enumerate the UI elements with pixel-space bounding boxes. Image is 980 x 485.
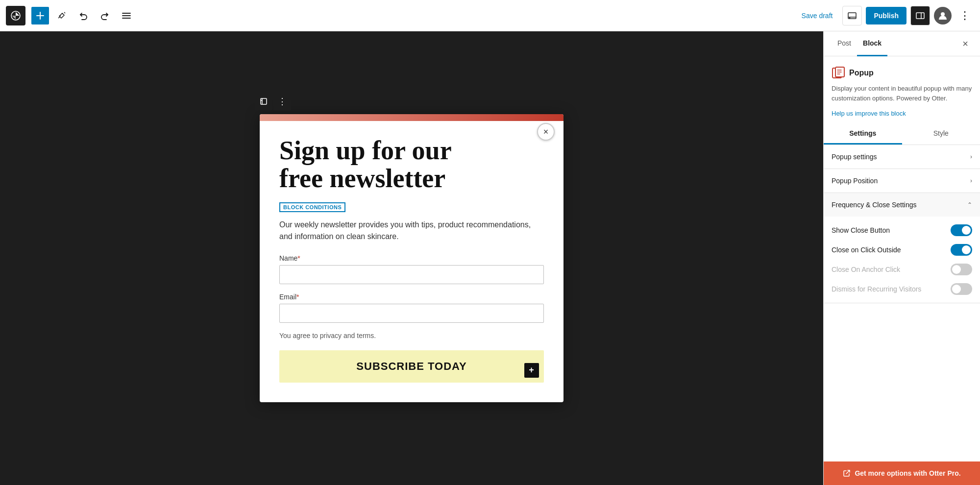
- frequency-close-header[interactable]: Frequency & Close Settings ⌃: [824, 193, 980, 217]
- svg-rect-3: [916, 13, 924, 19]
- close-on-click-outside-toggle[interactable]: [951, 244, 972, 256]
- name-label: Name*: [279, 254, 544, 262]
- privacy-note: You agree to privacy and terms.: [279, 332, 544, 340]
- popup-card: × Sign up for our free newsletter BLOCK …: [260, 114, 564, 402]
- toolbar: Save draft Publish ⋮: [0, 0, 980, 31]
- help-link[interactable]: Help us improve this block: [832, 110, 906, 117]
- email-input[interactable]: [279, 304, 544, 323]
- main-area: ⋮ × Sign up for our free newsletter BLOC…: [0, 31, 980, 485]
- name-input[interactable]: [279, 265, 544, 284]
- dismiss-recurring-label: Dismiss for Recurring Visitors: [832, 285, 921, 293]
- email-label: Email*: [279, 293, 544, 301]
- block-controls: ⋮: [255, 93, 291, 110]
- popup-position-header[interactable]: Popup Position ›: [824, 169, 980, 193]
- publish-button[interactable]: Publish: [866, 7, 906, 24]
- undo-button[interactable]: [74, 7, 92, 24]
- popup-title: Sign up for our free newsletter: [279, 137, 544, 192]
- popup-settings-section: Popup settings ›: [824, 145, 980, 169]
- plus-icon: +: [524, 363, 539, 378]
- subscribe-button[interactable]: SUBSCRIBE TODAY +: [279, 350, 544, 383]
- close-on-anchor-click-row: Close On Anchor Click: [832, 264, 972, 275]
- popup-close-button[interactable]: ×: [537, 123, 555, 141]
- block-expand-button[interactable]: [255, 93, 272, 110]
- popup-settings-header[interactable]: Popup settings ›: [824, 145, 980, 169]
- close-on-click-outside-label: Close on Click Outside: [832, 246, 901, 254]
- tools-button[interactable]: [53, 7, 71, 24]
- avatar[interactable]: [934, 7, 952, 24]
- preview-button[interactable]: [842, 6, 862, 25]
- frequency-close-label: Frequency & Close Settings: [832, 201, 917, 209]
- popup-header-bar: [260, 114, 564, 121]
- popup-position-section: Popup Position ›: [824, 169, 980, 193]
- popup-settings-chevron: ›: [970, 153, 972, 160]
- frequency-close-chevron: ⌃: [967, 201, 972, 208]
- svg-rect-5: [261, 98, 267, 104]
- popup-position-label: Popup Position: [832, 177, 878, 185]
- plugin-title: Popup: [849, 69, 874, 77]
- sidebar-toggle-button[interactable]: [910, 6, 930, 25]
- popup-content: × Sign up for our free newsletter BLOCK …: [260, 121, 564, 402]
- frequency-close-section: Frequency & Close Settings ⌃ Show Close …: [824, 193, 980, 303]
- popup-position-chevron: ›: [970, 177, 972, 184]
- canvas: ⋮ × Sign up for our free newsletter BLOC…: [0, 31, 823, 485]
- block-more-button[interactable]: ⋮: [273, 93, 291, 110]
- plugin-name: Popup: [832, 66, 972, 80]
- popup-plugin-icon: [832, 66, 845, 80]
- show-close-button-label: Show Close Button: [832, 226, 890, 234]
- show-close-button-toggle[interactable]: [951, 224, 972, 236]
- otter-pro-label: Get more options with Otter Pro.: [855, 469, 960, 477]
- frequency-close-body: Show Close Button Close on Click Outside: [824, 217, 980, 303]
- more-options-button[interactable]: ⋮: [956, 7, 974, 24]
- popup-description: Our weekly newsletter provides you with …: [279, 219, 544, 242]
- show-close-button-row: Show Close Button: [832, 224, 972, 236]
- add-block-button[interactable]: [31, 7, 49, 24]
- save-draft-button[interactable]: Save draft: [796, 8, 839, 24]
- sidebar-bottom: Get more options with Otter Pro.: [824, 461, 980, 485]
- sidebar: Post Block × Popup Display your content …: [823, 31, 980, 485]
- close-on-anchor-click-label: Close On Anchor Click: [832, 266, 900, 273]
- wp-logo-icon[interactable]: [6, 6, 25, 25]
- settings-style-tabs: Settings Style: [824, 123, 980, 145]
- popup-wrapper: ⋮ × Sign up for our free newsletter BLOC…: [260, 114, 564, 402]
- tab-style[interactable]: Style: [902, 123, 980, 145]
- tab-block[interactable]: Block: [857, 31, 887, 56]
- popup-settings-label: Popup settings: [832, 153, 877, 161]
- dismiss-recurring-row: Dismiss for Recurring Visitors: [832, 283, 972, 295]
- dismiss-recurring-toggle[interactable]: [951, 283, 972, 295]
- redo-button[interactable]: [96, 7, 114, 24]
- svg-point-2: [850, 18, 850, 18]
- plugin-header: Popup Display your content in beautiful …: [824, 56, 980, 123]
- external-link-icon: [843, 469, 851, 477]
- list-view-button[interactable]: [118, 7, 135, 24]
- block-conditions-badge[interactable]: BLOCK CONDITIONS: [279, 202, 345, 212]
- plugin-desc: Display your content in beautiful popup …: [832, 84, 972, 103]
- tab-settings[interactable]: Settings: [824, 123, 902, 145]
- sidebar-header: Post Block ×: [824, 31, 980, 56]
- tab-post[interactable]: Post: [832, 31, 857, 56]
- svg-point-4: [941, 12, 945, 16]
- close-on-anchor-click-toggle[interactable]: [951, 264, 972, 275]
- close-on-click-outside-row: Close on Click Outside: [832, 244, 972, 256]
- otter-pro-button[interactable]: Get more options with Otter Pro.: [824, 461, 980, 485]
- sidebar-close-button[interactable]: ×: [958, 34, 972, 53]
